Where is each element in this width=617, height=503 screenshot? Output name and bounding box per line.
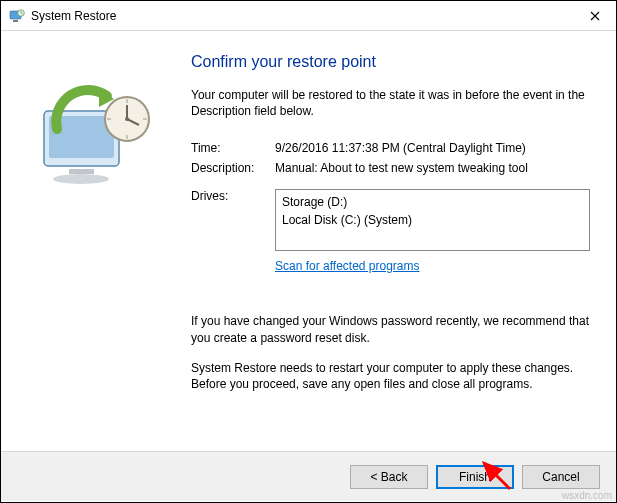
page-heading: Confirm your restore point [191, 53, 590, 71]
system-restore-illustration [29, 81, 159, 201]
button-bar: < Back Finish Cancel [1, 451, 617, 501]
intro-text: Your computer will be restored to the st… [191, 87, 590, 119]
description-row: Description: Manual: About to test new s… [191, 161, 590, 175]
drives-listbox[interactable]: Storage (D:) Local Disk (C:) (System) [275, 189, 590, 251]
watermark: wsxdn.com [562, 490, 612, 501]
cancel-button[interactable]: Cancel [522, 465, 600, 489]
back-button[interactable]: < Back [350, 465, 428, 489]
finish-button[interactable]: Finish [436, 465, 514, 489]
time-value: 9/26/2016 11:37:38 PM (Central Daylight … [275, 141, 590, 155]
password-note: If you have changed your Windows passwor… [191, 313, 590, 345]
window-title: System Restore [31, 9, 572, 23]
drive-item[interactable]: Local Disk (C:) (System) [282, 212, 583, 229]
right-pane: Confirm your restore point Your computer… [186, 31, 617, 451]
drives-row: Drives: Storage (D:) Local Disk (C:) (Sy… [191, 189, 590, 251]
description-value: Manual: About to test new system tweakin… [275, 161, 590, 175]
content-area: Confirm your restore point Your computer… [1, 31, 617, 451]
restart-note: System Restore needs to restart your com… [191, 360, 590, 392]
svg-rect-5 [69, 169, 94, 174]
time-label: Time: [191, 141, 275, 155]
time-row: Time: 9/26/2016 11:37:38 PM (Central Day… [191, 141, 590, 155]
titlebar: System Restore [1, 1, 617, 31]
left-pane [1, 31, 186, 451]
svg-point-6 [53, 174, 109, 184]
svg-rect-1 [13, 20, 18, 22]
drive-item[interactable]: Storage (D:) [282, 194, 583, 211]
close-button[interactable] [572, 1, 617, 31]
scan-affected-programs-link[interactable]: Scan for affected programs [275, 259, 590, 273]
restore-icon [9, 8, 25, 24]
description-label: Description: [191, 161, 275, 175]
drives-label: Drives: [191, 189, 275, 203]
